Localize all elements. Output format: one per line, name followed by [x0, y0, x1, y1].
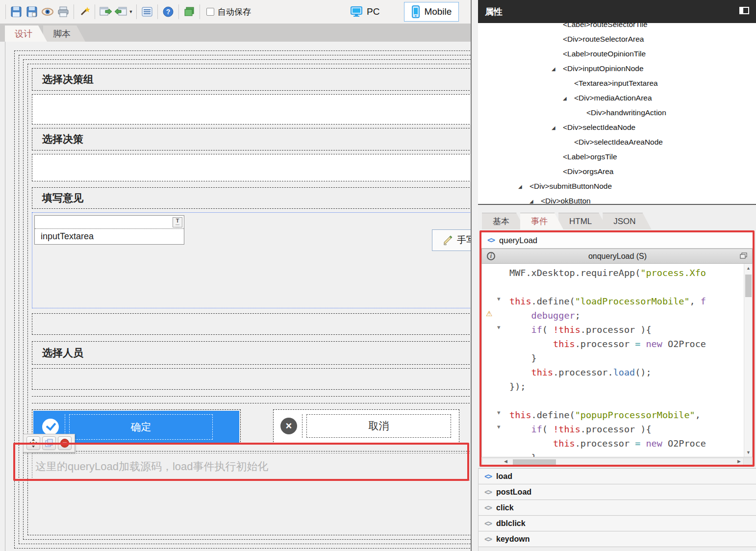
tab-基本[interactable]: 基本 [482, 213, 525, 229]
handwriting-button[interactable]: 手写 [432, 229, 471, 251]
pc-view-button[interactable]: PC [343, 3, 386, 21]
autosave-toggle[interactable]: 自动保存 [206, 6, 251, 18]
route-title-label[interactable]: 选择决策 [32, 128, 471, 150]
mobile-view-button[interactable]: Mobile [404, 2, 459, 22]
info-icon[interactable]: i [487, 252, 495, 260]
delete-element-button[interactable] [58, 436, 72, 450]
import-button[interactable]: ▼ [113, 4, 134, 20]
layers-button[interactable] [181, 4, 197, 20]
tree-item-orgsTile[interactable]: <Label> orgsTile [478, 150, 756, 164]
print-button[interactable] [55, 4, 71, 20]
help-button[interactable]: ? [160, 4, 176, 20]
tree-item-name: mediaActionArea [594, 94, 652, 102]
scroll-right-arrow-icon[interactable]: ▶ [737, 459, 741, 464]
code-lines[interactable]: MWF.xDesktop.requireApp("process.Xfothis… [509, 266, 743, 457]
check-circle-icon [42, 419, 59, 435]
tree-item-submitButtonNode[interactable]: ◢<Div> submitButtonNode [478, 179, 756, 194]
code-line: this.processor = new O2Proce [509, 436, 743, 451]
wand-button[interactable] [76, 4, 92, 20]
expand-arrow-icon[interactable]: ◢ [563, 96, 573, 101]
event-row-queryload[interactable]: <> queryLoad [481, 232, 753, 249]
select-idea-area-node[interactable] [32, 313, 471, 335]
orgs-area[interactable] [32, 368, 471, 390]
import-dropdown-caret-icon[interactable]: ▼ [129, 9, 133, 14]
pc-monitor-icon [350, 6, 363, 18]
event-name-label: dblclick [496, 519, 526, 528]
expand-arrow-icon[interactable]: ◢ [518, 184, 528, 189]
fold-arrow-icon[interactable]: ▾ [497, 409, 501, 416]
export-button[interactable] [98, 4, 113, 20]
fold-arrow-icon[interactable]: ▾ [497, 295, 501, 302]
mobile-phone-icon [411, 5, 420, 18]
code-line [509, 280, 743, 294]
route-selector-area[interactable] [32, 94, 471, 125]
tree-item-routeOpinionTile[interactable]: <Label> routeOpinionTile [478, 47, 756, 61]
tree-item-handwritingAction[interactable]: <Div> handwritingAction [478, 105, 756, 120]
tab-JSON[interactable]: JSON [603, 213, 651, 229]
code-line: this.define("loadProcessorMobile", f [509, 294, 743, 308]
fold-arrow-icon[interactable]: ▾ [497, 324, 501, 331]
event-row-keydown[interactable]: <>keydown [479, 531, 756, 547]
tab-script[interactable]: 脚本 [43, 25, 85, 42]
panel-collapse-icon[interactable] [739, 7, 749, 17]
route-selector-title-label[interactable]: 选择决策组 [32, 68, 471, 91]
tree-item-routeSelectorArea[interactable]: <Div> routeSelectorArea [478, 32, 756, 47]
autosave-checkbox[interactable] [206, 8, 214, 16]
scroll-left-arrow-icon[interactable]: ◀ [504, 459, 507, 464]
form-root-node[interactable]: 选择决策组 选择决策 填写意见 T—— inputTextarea [14, 50, 471, 549]
event-name-label: load [496, 472, 512, 481]
tree-item-inputOpinionNode[interactable]: ◢<Div> inputOpinionNode [478, 61, 756, 76]
scroll-up-arrow-icon[interactable]: ▲ [744, 266, 753, 271]
tab-design[interactable]: 设计 [5, 25, 47, 42]
orgs-title-label[interactable]: 选择人员 [32, 341, 471, 365]
textarea-type-icon: T—— [173, 217, 182, 227]
fold-arrow-icon[interactable]: ▾ [497, 423, 501, 430]
hscroll-thumb[interactable] [513, 459, 556, 465]
submit-button-node[interactable]: 确定 × 取消 [32, 409, 471, 445]
move-element-button[interactable] [26, 436, 40, 450]
divider [302, 414, 302, 438]
event-row-postLoad[interactable]: <>postLoad [479, 484, 756, 500]
input-opinion-node-selected[interactable]: T—— inputTextarea 手写 [32, 212, 471, 308]
input-textarea-widget[interactable]: T—— inputTextarea [34, 215, 184, 245]
cancel-button-label[interactable]: 取消 [306, 414, 451, 438]
design-canvas[interactable]: 选择决策组 选择决策 填写意见 T—— inputTextarea [5, 42, 471, 551]
tree-item-orgsArea[interactable]: <Div> orgsArea [478, 164, 756, 179]
form-page-node[interactable]: 选择决策组 选择决策 填写意见 T—— inputTextarea [23, 59, 471, 540]
copy-element-button[interactable] [42, 436, 56, 450]
vscroll-thumb[interactable] [745, 275, 752, 297]
form-container-node[interactable]: 选择决策组 选择决策 填写意见 T—— inputTextarea [19, 55, 471, 544]
tree-item-mediaActionArea[interactable]: ◢<Div> mediaActionArea [478, 91, 756, 105]
dom-tree[interactable]: <Label> routeSelectorTile<Div> routeSele… [478, 23, 756, 205]
cancel-button[interactable]: × 取消 [275, 411, 458, 441]
tree-item-tag: <Div> [541, 197, 561, 205]
maximize-editor-icon[interactable] [740, 252, 747, 261]
save-as-button[interactable] [24, 4, 40, 20]
route-area[interactable] [32, 154, 471, 181]
save-button[interactable] [8, 4, 24, 20]
tree-item-routeSelectorTile[interactable]: <Label> routeSelectorTile [478, 23, 756, 32]
code-icon: <> [484, 519, 491, 528]
cancel-button-container[interactable]: × 取消 [273, 409, 459, 445]
tree-item-selectIdeaNode[interactable]: ◢<Div> selectIdeaNode [478, 120, 756, 135]
expand-arrow-icon[interactable]: ◢ [552, 125, 561, 130]
tree-item-okButton[interactable]: ◢<Div> okButton [478, 194, 756, 205]
preview-eye-button[interactable] [40, 4, 55, 20]
expand-arrow-icon[interactable]: ◢ [529, 199, 539, 204]
ok-button-label[interactable]: 确定 [69, 414, 213, 440]
event-row-click[interactable]: <>click [479, 500, 756, 516]
tab-HTML[interactable]: HTML [558, 213, 607, 229]
tree-item-selectIdeaAreaNode[interactable]: <Div> selectIdeaAreaNode [478, 135, 756, 150]
opinion-title-label[interactable]: 填写意见 [32, 187, 471, 209]
tab-事件[interactable]: 事件 [520, 213, 563, 229]
code-editor[interactable]: ▾⚠▾▾▾ MWF.xDesktop.requireApp("process.X… [481, 264, 753, 457]
tree-item-inputTextarea[interactable]: <Textarea> inputTextarea [478, 76, 756, 91]
scroll-down-arrow-icon[interactable]: ▼ [744, 450, 753, 455]
form-content-node[interactable]: 选择决策组 选择决策 填写意见 T—— inputTextarea [27, 64, 471, 535]
code-horizontal-scrollbar[interactable]: ◀ ▶ [482, 458, 752, 466]
event-row-dblclick[interactable]: <>dblclick [479, 516, 756, 531]
form-list-button[interactable] [139, 4, 155, 20]
code-vertical-scrollbar[interactable]: ▲ ▼ [744, 264, 752, 457]
expand-arrow-icon[interactable]: ◢ [552, 66, 561, 72]
event-row-load[interactable]: <>load [479, 469, 756, 484]
